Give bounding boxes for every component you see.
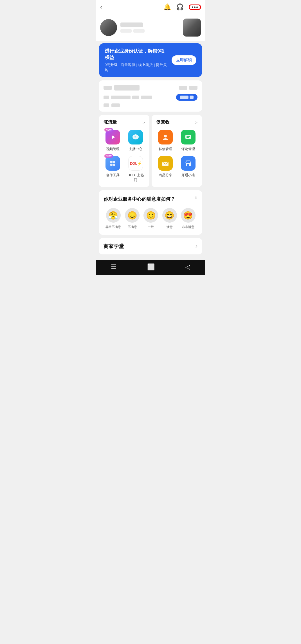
satisfied-label: 满意 <box>167 225 173 229</box>
merchant-school-title: 商家学堂 <box>104 243 124 250</box>
profile-tag-2 <box>133 29 145 33</box>
more-menu-button[interactable] <box>189 4 201 10</box>
stats-top-row <box>104 85 197 91</box>
stats-q-label <box>104 96 109 99</box>
very-unsatisfied-label: 非常不满意 <box>105 225 121 229</box>
comment-management-label: 评论管理 <box>181 147 195 152</box>
svg-rect-13 <box>187 137 189 138</box>
survey-option-very-satisfied[interactable]: 😍 非常满意 <box>181 208 196 229</box>
stats-q3 <box>141 96 152 99</box>
stats-q2 <box>132 96 139 99</box>
banner-title: 进行企业身份认证，解锁9项权益 <box>105 48 168 61</box>
survey-title: 你对企业服务中心的满意度如何？ <box>104 196 197 202</box>
stats-icon <box>104 86 112 90</box>
toggle-arrow <box>190 96 194 99</box>
new-badge-video: NEW <box>104 128 113 132</box>
toggle-label <box>180 96 188 99</box>
unlock-button[interactable]: 立即解锁 <box>172 55 196 65</box>
merchant-school-chevron[interactable]: › <box>196 243 197 250</box>
profile-tags <box>120 29 179 33</box>
enterprise-banner[interactable]: 进行企业身份认证，解锁9项权益 0元升级 | 海量客源 | 线上卖货 | 提升复… <box>99 43 202 77</box>
feature-dm-management[interactable]: 私信管理 <box>156 130 175 152</box>
stats-extra-value <box>111 103 120 107</box>
product-share-label: 商品分享 <box>159 173 172 178</box>
stats-action-1 <box>179 86 187 90</box>
satisfied-emoji: 😄 <box>162 208 177 223</box>
unsatisfied-label: 不满意 <box>128 225 137 229</box>
stats-extra-row <box>104 103 197 107</box>
growth-title: 涨流量 <box>104 119 117 125</box>
feature-product-share[interactable]: 商品分享 <box>156 156 175 178</box>
merchant-school-section[interactable]: 商家学堂 › <box>99 238 202 254</box>
toggle-button[interactable] <box>176 94 197 101</box>
headset-icon[interactable]: 🎧 <box>176 3 184 11</box>
comment-svg <box>184 133 192 141</box>
feature-anchor-center[interactable]: 主播中心 <box>127 130 145 152</box>
survey-emoji-group: 😤 非常不满意 😞 不满意 🙂 一般 😄 满意 😍 非常满意 <box>104 208 197 229</box>
open-shop-icon <box>181 156 196 171</box>
anchor-center-icon <box>128 130 143 144</box>
promote-card: 促营收 > 私信管理 <box>152 115 202 187</box>
svg-rect-6 <box>110 161 113 163</box>
profile-cover-image <box>183 19 201 37</box>
feature-video-management[interactable]: NEW 视频管理 <box>104 130 122 152</box>
growth-chevron[interactable]: > <box>143 120 145 125</box>
stats-title-blurred <box>114 85 140 91</box>
svg-rect-14 <box>162 162 169 166</box>
svg-point-10 <box>164 135 167 137</box>
growth-card: 涨流量 > NEW 视频管理 <box>99 115 149 187</box>
stats-label <box>104 85 140 91</box>
bell-icon[interactable]: 🔔 <box>163 3 171 11</box>
survey-close-button[interactable]: × <box>194 195 197 201</box>
dm-management-icon <box>158 130 173 144</box>
feature-comment-management[interactable]: 评论管理 <box>179 130 198 152</box>
back-nav-icon[interactable]: ◁ <box>185 263 190 271</box>
svg-rect-11 <box>185 135 191 139</box>
promote-title: 促营收 <box>156 119 170 125</box>
survey-option-unsatisfied[interactable]: 😞 不满意 <box>125 208 140 229</box>
svg-rect-8 <box>110 164 113 166</box>
menu-icon[interactable]: ☰ <box>111 263 116 271</box>
survey-option-very-unsatisfied[interactable]: 😤 非常不满意 <box>105 208 121 229</box>
dou-text: DOU⚡ <box>130 161 141 166</box>
profile-section <box>96 14 205 41</box>
chat-bubble-svg <box>132 133 140 141</box>
video-management-icon: NEW <box>105 130 120 144</box>
bottom-navigation: ☰ ⬜ ◁ <box>96 260 205 275</box>
survey-option-neutral[interactable]: 🙂 一般 <box>143 208 158 229</box>
nav-actions: 🔔 🎧 <box>163 3 201 11</box>
dou-plus-icon: DOU⚡ <box>128 156 143 171</box>
svg-rect-16 <box>187 164 189 166</box>
growth-card-header: 涨流量 > <box>104 119 145 125</box>
create-tools-label: 创作工具 <box>106 173 120 178</box>
dm-management-label: 私信管理 <box>159 147 172 152</box>
stats-q-value <box>111 96 131 99</box>
dot-icon <box>196 6 198 8</box>
svg-point-3 <box>134 137 135 137</box>
neutral-label: 一般 <box>148 225 154 229</box>
back-button[interactable]: ‹ <box>100 3 102 11</box>
video-play-svg <box>109 133 117 141</box>
feature-dou-plus[interactable]: DOU⚡ DOU+上热门 <box>127 156 145 182</box>
profile-name-blurred <box>120 22 143 27</box>
very-satisfied-label: 非常满意 <box>182 225 194 229</box>
stats-extra-label <box>104 103 109 107</box>
open-shop-label: 开通小店 <box>181 173 195 178</box>
growth-icons: NEW 视频管理 主播中心 <box>104 130 145 182</box>
promote-chevron[interactable]: > <box>195 120 197 125</box>
feature-open-shop[interactable]: 开通小店 <box>179 156 198 178</box>
new-badge-create: NEW <box>104 154 113 158</box>
neutral-emoji: 🙂 <box>143 208 158 223</box>
avatar <box>100 19 117 36</box>
home-icon[interactable]: ⬜ <box>147 263 155 271</box>
product-share-icon <box>158 156 173 171</box>
survey-option-satisfied[interactable]: 😄 满意 <box>162 208 177 229</box>
dot-icon <box>192 6 193 8</box>
profile-tag-1 <box>120 29 132 33</box>
very-unsatisfied-emoji: 😤 <box>106 208 121 223</box>
dot-icon <box>194 6 196 8</box>
envelope-svg <box>161 159 169 167</box>
feature-create-tools[interactable]: NEW 创作工具 <box>104 156 122 182</box>
svg-point-5 <box>137 137 138 137</box>
merchant-school-header: 商家学堂 › <box>104 243 197 250</box>
